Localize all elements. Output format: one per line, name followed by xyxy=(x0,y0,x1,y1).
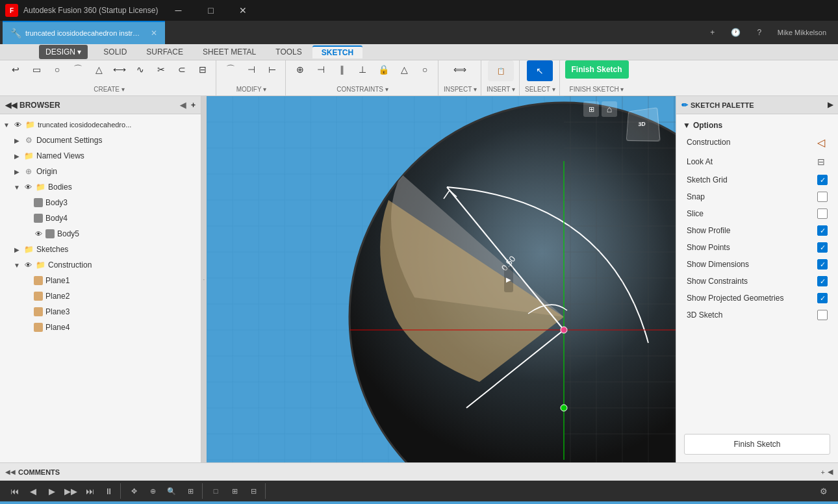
rectangle-tool[interactable]: ▭ xyxy=(27,60,45,79)
spline-tool[interactable]: ∿ xyxy=(131,60,149,79)
finish-sketch-button[interactable]: Finish Sketch xyxy=(565,60,629,79)
tree-item-plane2[interactable]: ▶ Plane2 xyxy=(0,288,201,304)
design-mode-button[interactable]: DESIGN ▾ xyxy=(39,45,88,59)
step-forward-button[interactable]: ⏭ xyxy=(81,483,99,499)
prev-frame-button[interactable]: ◀ xyxy=(24,483,42,499)
display-mode-button[interactable]: □ xyxy=(207,483,225,499)
modify-label[interactable]: MODIFY ▾ xyxy=(236,86,266,93)
show-points-checkbox[interactable]: ✓ xyxy=(817,242,828,253)
tree-item-named-views[interactable]: ▶ 📁 Named Views xyxy=(0,148,201,164)
tree-item-origin[interactable]: ▶ ⊕ Origin xyxy=(0,164,201,179)
tree-arrow-doc[interactable]: ▶ xyxy=(13,136,21,144)
look-at-action[interactable]: ⊟ xyxy=(815,155,828,168)
tree-item-body3[interactable]: ▶ Body3 xyxy=(0,195,201,210)
options-section-header[interactable]: ▼ Options xyxy=(676,117,838,132)
eye-icon-bodies[interactable]: 👁 xyxy=(23,183,32,192)
palette-expand-button[interactable]: ▶ xyxy=(828,101,833,109)
show-projected-action[interactable]: ✓ xyxy=(817,293,828,303)
arc-tool[interactable]: ⌒ xyxy=(69,60,87,79)
tree-item-bodies[interactable]: ▼ 👁 📁 Bodies xyxy=(0,179,201,195)
construction-action[interactable]: ◁ xyxy=(815,136,828,149)
orbit-button[interactable]: ⊕ xyxy=(144,483,162,499)
insert-image-tool[interactable]: 📋 xyxy=(488,60,514,81)
show-dimensions-checkbox[interactable]: ✓ xyxy=(817,259,828,270)
tree-arrow-sketches[interactable]: ▶ xyxy=(13,246,21,253)
show-profile-action[interactable]: ✓ xyxy=(817,225,828,236)
collinear-tool[interactable]: ⊣ xyxy=(312,60,330,79)
eye-icon-body5[interactable]: 👁 xyxy=(34,229,43,238)
insert-label[interactable]: INSERT ▾ xyxy=(487,86,515,93)
comments-collapse-button[interactable]: ◀ xyxy=(828,468,833,476)
fillet-tool[interactable]: ⌒ xyxy=(222,60,240,79)
inspect-label[interactable]: INSPECT ▾ xyxy=(444,86,477,93)
measure-tool[interactable]: ⟺ xyxy=(451,60,469,79)
tree-item-plane4[interactable]: ▶ Plane4 xyxy=(0,320,201,335)
extend-tool[interactable]: ⊢ xyxy=(263,60,281,79)
equal-tool[interactable]: ○ xyxy=(416,60,434,79)
close-button[interactable]: ✕ xyxy=(228,0,258,21)
tree-arrow[interactable]: ▼ xyxy=(3,121,10,129)
panel-collapse-button[interactable]: ◀ xyxy=(180,101,186,110)
tree-arrow-construction[interactable]: ▼ xyxy=(13,261,21,269)
tree-item-doc-settings[interactable]: ▶ ⚙ Document Settings xyxy=(0,132,201,148)
snap-action[interactable] xyxy=(817,192,828,202)
trim2-tool[interactable]: ⊣ xyxy=(242,60,260,79)
active-tab[interactable]: 🔧 truncated icosidodecahedron instructab… xyxy=(3,21,165,44)
finish-sketch-label[interactable]: FINISH SKETCH ▾ xyxy=(570,86,624,93)
tab-sketch[interactable]: SKETCH xyxy=(312,45,362,58)
step-back-button[interactable]: ⏮ xyxy=(5,483,23,499)
fit-button[interactable]: ⊞ xyxy=(583,101,599,117)
new-tab-button[interactable]: + xyxy=(704,23,722,42)
snap-checkbox[interactable] xyxy=(817,192,828,202)
slice-checkbox[interactable] xyxy=(817,208,828,219)
comments-toggle[interactable]: ◀◀ xyxy=(5,468,16,475)
show-constraints-action[interactable]: ✓ xyxy=(817,276,828,286)
panel-expand-button[interactable]: + xyxy=(191,101,196,110)
user-button[interactable]: Mike Mikkelson xyxy=(774,23,830,42)
show-dimensions-action[interactable]: ✓ xyxy=(817,259,828,270)
tree-item-plane1[interactable]: ▶ Plane1 xyxy=(0,273,201,288)
toolbar-settings-button[interactable]: ⚙ xyxy=(815,483,833,499)
tab-close-button[interactable]: ✕ xyxy=(151,29,157,38)
panel-toggle-icon[interactable]: ◀◀ xyxy=(5,101,17,110)
parallel-tool[interactable]: ∥ xyxy=(333,60,351,79)
help-button[interactable]: ? xyxy=(750,23,768,42)
viewport-scroll-right[interactable]: ▶ xyxy=(504,266,513,292)
next-frame-button[interactable]: ▶▶ xyxy=(62,483,80,499)
show-constraints-checkbox[interactable]: ✓ xyxy=(817,276,828,286)
settings-icon[interactable]: ⚙ xyxy=(195,121,201,129)
grid-display-button[interactable]: ⊞ xyxy=(225,483,244,499)
comments-expand-button[interactable]: + xyxy=(821,468,825,476)
fix-tool[interactable]: 🔒 xyxy=(374,60,392,79)
tree-item-body4[interactable]: ▶ Body4 xyxy=(0,210,201,226)
minimize-button[interactable]: ─ xyxy=(163,0,193,21)
zoom-button[interactable]: 🔍 xyxy=(162,483,181,499)
pause-button[interactable]: ⏸ xyxy=(99,483,118,499)
maximize-button[interactable]: □ xyxy=(196,0,225,21)
slice-action[interactable] xyxy=(817,208,828,219)
select-tool[interactable]: ↖ xyxy=(527,60,553,81)
viewport-canvas[interactable]: 0.50 120.0° xyxy=(207,96,676,462)
show-projected-checkbox[interactable]: ✓ xyxy=(817,293,828,303)
tree-arrow-bodies[interactable]: ▼ xyxy=(13,183,21,191)
zoom-window-button[interactable]: ⊞ xyxy=(181,483,199,499)
tree-arrow-named-views[interactable]: ▶ xyxy=(13,152,21,160)
tab-solid[interactable]: SOLID xyxy=(94,46,136,58)
select-label[interactable]: SELECT ▾ xyxy=(525,86,555,93)
trim-tool[interactable]: ✂ xyxy=(152,60,170,79)
tree-item-plane3[interactable]: ▶ Plane3 xyxy=(0,304,201,320)
polygon-tool[interactable]: △ xyxy=(90,60,108,79)
mirror-tool[interactable]: ⟷ xyxy=(110,60,129,79)
tangent-tool[interactable]: △ xyxy=(395,60,413,79)
create-label[interactable]: CREATE ▾ xyxy=(94,86,125,93)
show-profile-checkbox[interactable]: ✓ xyxy=(817,225,828,236)
nav-cube[interactable]: 3D xyxy=(620,103,663,145)
construction-icon-btn[interactable]: ◁ xyxy=(815,136,828,149)
offset-tool[interactable]: ⊂ xyxy=(173,60,191,79)
3d-sketch-checkbox[interactable] xyxy=(817,310,828,320)
tab-tools[interactable]: TOOLS xyxy=(266,46,311,58)
units-button[interactable]: ⊟ xyxy=(244,483,262,499)
perpendicular-tool[interactable]: ⊥ xyxy=(353,60,372,79)
panel-resize-handle[interactable]: · xyxy=(201,96,207,462)
home-button[interactable]: ⌂ xyxy=(602,101,617,117)
